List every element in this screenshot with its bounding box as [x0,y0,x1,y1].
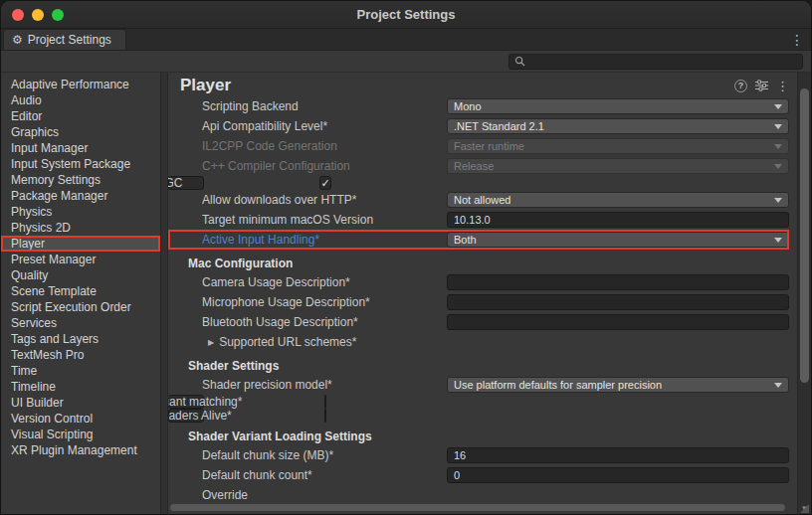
dropdown-active-input-handling[interactable]: Both [447,232,789,248]
tab-project-settings[interactable]: ⚙ Project Settings [3,29,126,50]
sidebar-item-textmesh-pro[interactable]: TextMesh Pro [1,347,160,363]
dropdown-shader-precision-model[interactable]: Use platform defaults for sampler precis… [447,377,789,393]
tab-menu-button[interactable]: ⋮ [790,32,804,48]
text-field-value: 10.13.0 [454,214,491,226]
checkbox-keep-loaded-shaders-alive[interactable] [324,409,326,423]
settings-row-scripting-backend[interactable]: Scripting BackendMono [168,96,789,116]
text-field-microphone-usage-description[interactable] [447,294,789,310]
sidebar-item-physics-2d[interactable]: Physics 2D [1,220,160,236]
chevron-down-icon [774,238,782,243]
text-field-default-chunk-count[interactable]: 0 [447,467,789,483]
settings-row-api-compatibility-level[interactable]: Api Compatibility Level*.NET Standard 2.… [168,116,789,136]
setting-label: Use incremental GC [168,176,319,190]
horizontal-scrollbar[interactable] [170,504,785,512]
tab-bar: ⚙ Project Settings ⋮ [1,29,811,51]
settings-row-supported-url-schemes[interactable]: ▶Supported URL schemes* [168,332,789,352]
setting-label: Shader precision model* [202,378,447,392]
window-resize-handle[interactable] [800,504,809,513]
sidebar-item-script-execution-order[interactable]: Script Execution Order [1,299,160,315]
dropdown-il2cpp-code-generation[interactable]: Faster runtime [447,138,789,154]
sidebar-item-input-system-package[interactable]: Input System Package [1,156,160,172]
dropdown-value: Faster runtime [454,140,524,152]
chevron-down-icon [774,383,782,388]
close-window-button[interactable] [12,9,24,21]
tab-label: Project Settings [28,33,111,47]
checkbox-use-incremental-gc[interactable]: ✓ [319,176,330,190]
settings-row-microphone-usage-description[interactable]: Microphone Usage Description* [168,292,789,312]
settings-row-bluetooth-usage-description[interactable]: Bluetooth Usage Description* [168,312,789,332]
sidebar-item-player[interactable]: Player [1,236,160,252]
sidebar-item-ui-builder[interactable]: UI Builder [1,395,160,411]
search-field[interactable] [508,54,803,70]
sidebar-item-version-control[interactable]: Version Control [1,411,160,427]
text-field-bluetooth-usage-description[interactable] [447,314,789,330]
settings-row-il2cpp-code-generation[interactable]: IL2CPP Code GenerationFaster runtime [168,136,789,156]
project-settings-window: Project Settings ⚙ Project Settings ⋮ Ad… [0,0,812,515]
text-field-camera-usage-description[interactable] [447,274,789,290]
settings-row-use-incremental-gc[interactable]: Use incremental GC✓ [168,176,204,190]
sidebar-item-adaptive-performance[interactable]: Adaptive Performance [1,77,160,92]
text-field-default-chunk-size-mb[interactable]: 16 [447,447,789,463]
sidebar-item-quality[interactable]: Quality [1,267,160,283]
search-input[interactable] [529,56,797,68]
panel-header-icons: ? ⋮ [734,79,789,93]
settings-row-strict-shader-variant-matching[interactable]: Strict shader variant matching* [168,395,204,409]
dropdown-value: Release [454,160,494,172]
settings-row-keep-loaded-shaders-alive[interactable]: Keep Loaded Shaders Alive* [168,409,204,423]
panel-menu-button[interactable]: ⋮ [776,79,789,93]
sidebar-item-time[interactable]: Time [1,363,160,379]
chevron-down-icon [774,144,782,149]
vertical-scrollbar[interactable]: ▼ [797,73,811,515]
sidebar-item-visual-scripting[interactable]: Visual Scripting [1,427,160,442]
sidebar-item-preset-manager[interactable]: Preset Manager [1,252,160,267]
minimize-window-button[interactable] [32,9,44,21]
setting-label: Active Input Handling* [202,233,447,247]
check-icon: ✓ [320,178,329,189]
setting-label: IL2CPP Code Generation [202,139,447,153]
settings-row-target-minimum-macos-version[interactable]: Target minimum macOS Version10.13.0 [168,210,789,230]
setting-label: Keep Loaded Shaders Alive* [168,409,324,423]
setting-label: Scripting Backend [202,99,447,113]
sidebar-item-input-manager[interactable]: Input Manager [1,140,160,156]
settings-category-list: Adaptive PerformanceAudioEditorGraphicsI… [1,73,160,515]
help-icon[interactable]: ? [734,80,747,92]
settings-row-shader-precision-model[interactable]: Shader precision model*Use platform defa… [168,375,789,395]
sidebar-scrollbar-track[interactable] [160,73,168,515]
settings-row-default-chunk-size-mb[interactable]: Default chunk size (MB)*16 [168,445,789,465]
sidebar-item-scene-template[interactable]: Scene Template [1,283,160,299]
sidebar-item-memory-settings[interactable]: Memory Settings [1,172,160,188]
setting-label: Bluetooth Usage Description* [202,315,447,329]
sidebar-item-timeline[interactable]: Timeline [1,379,160,395]
dropdown-allow-downloads-over-http[interactable]: Not allowed [447,192,789,208]
sidebar-item-package-manager[interactable]: Package Manager [1,188,160,204]
sidebar-item-graphics[interactable]: Graphics [1,124,160,140]
setting-label: Camera Usage Description* [202,275,447,289]
sidebar-item-physics[interactable]: Physics [1,204,160,220]
settings-row-override: Override [168,485,789,505]
dropdown-c-compiler-configuration[interactable]: Release [447,158,789,174]
sidebar-item-tags-and-layers[interactable]: Tags and Layers [1,331,160,347]
settings-row-c-compiler-configuration[interactable]: C++ Compiler ConfigurationRelease [168,156,789,176]
sidebar-item-audio[interactable]: Audio [1,92,160,108]
sidebar-item-editor[interactable]: Editor [1,108,160,124]
dropdown-api-compatibility-level[interactable]: .NET Standard 2.1 [447,118,789,134]
foldout-arrow-icon[interactable]: ▶ [208,338,214,347]
settings-row-active-input-handling[interactable]: Active Input Handling*Both [168,230,789,250]
setting-label: Target minimum macOS Version [202,213,447,227]
sidebar-item-xr-plugin-management[interactable]: XR Plugin Management [1,442,160,458]
horizontal-scrollbar-thumb[interactable] [170,504,785,511]
settings-row-allow-downloads-over-http[interactable]: Allow downloads over HTTP*Not allowed [168,190,789,210]
text-field-target-minimum-macos-version[interactable]: 10.13.0 [447,212,789,228]
chevron-down-icon [774,104,782,109]
zoom-window-button[interactable] [52,9,64,21]
vertical-scrollbar-thumb[interactable] [800,88,809,383]
checkbox-strict-shader-variant-matching[interactable] [324,395,326,409]
setting-label: Default chunk count* [202,468,447,482]
section-title: Shader Settings [188,359,279,373]
settings-row-camera-usage-description[interactable]: Camera Usage Description* [168,272,789,292]
settings-row-default-chunk-count[interactable]: Default chunk count*0 [168,465,789,485]
preset-icon[interactable] [755,80,768,91]
setting-label: Strict shader variant matching* [168,395,324,409]
dropdown-scripting-backend[interactable]: Mono [447,98,789,114]
sidebar-item-services[interactable]: Services [1,315,160,331]
